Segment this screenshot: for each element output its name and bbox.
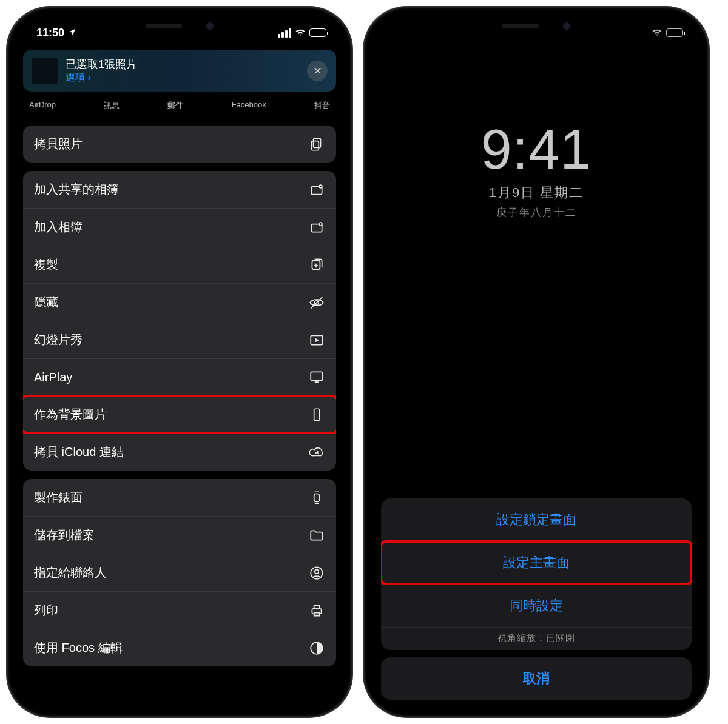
screen-right: 9:41 1月9日 星期二 庚子年八月十二 設定鎖定畫面 設定主畫面 同時設定 … bbox=[372, 16, 700, 708]
action-duplicate[interactable]: 複製 bbox=[23, 246, 336, 284]
lock-screen-clock: 9:41 1月9日 星期二 庚子年八月十二 bbox=[372, 118, 700, 220]
share-app-row: AirDrop 訊息 郵件 Facebook 抖音 bbox=[16, 92, 343, 115]
wallpaper-icon bbox=[308, 407, 325, 423]
svg-rect-12 bbox=[314, 409, 320, 421]
close-button[interactable]: ✕ bbox=[307, 61, 328, 81]
phone-left: 11:50 已選取1張照片 選項 › ✕ AirDrop bbox=[7, 7, 352, 717]
shared-album-icon bbox=[308, 182, 325, 198]
cellular-icon bbox=[277, 28, 291, 38]
watch-icon bbox=[308, 490, 325, 506]
action-watch-face[interactable]: 製作錶面 bbox=[23, 479, 336, 517]
option-set-lock[interactable]: 設定鎖定畫面 bbox=[381, 498, 692, 541]
option-set-both[interactable]: 同時設定 bbox=[381, 585, 692, 628]
app-airdrop[interactable]: AirDrop bbox=[29, 100, 56, 111]
print-icon bbox=[308, 603, 325, 618]
slideshow-icon bbox=[308, 332, 325, 348]
action-group-1: 拷貝照片 bbox=[23, 126, 336, 163]
action-airplay[interactable]: AirPlay bbox=[23, 359, 336, 396]
location-icon bbox=[68, 28, 76, 38]
svg-point-15 bbox=[315, 569, 319, 574]
svg-rect-1 bbox=[311, 141, 318, 150]
action-assign-contact[interactable]: 指定給聯絡人 bbox=[23, 554, 336, 592]
action-copy-photo[interactable]: 拷貝照片 bbox=[23, 126, 336, 163]
focos-icon bbox=[308, 640, 325, 656]
svg-rect-11 bbox=[311, 372, 323, 380]
svg-rect-0 bbox=[314, 138, 321, 147]
wifi-icon bbox=[295, 27, 306, 39]
battery-icon bbox=[309, 28, 326, 37]
action-focos-edit[interactable]: 使用 Focos 編輯 bbox=[23, 629, 336, 666]
photo-thumbnail bbox=[32, 58, 58, 84]
action-icloud-link[interactable]: 拷貝 iCloud 連結 bbox=[23, 434, 336, 471]
action-group-3: 製作錶面 儲存到檔案 指定給聯絡人 列印 使用 Focos 編輯 bbox=[23, 479, 336, 666]
folder-icon bbox=[308, 528, 325, 543]
svg-point-4 bbox=[320, 186, 322, 187]
cancel-button[interactable]: 取消 bbox=[381, 657, 692, 700]
lock-time: 9:41 bbox=[372, 118, 700, 181]
battery-icon bbox=[666, 28, 683, 37]
action-shared-album[interactable]: 加入共享的相簿 bbox=[23, 171, 336, 209]
status-time: 11:50 bbox=[36, 27, 64, 39]
phone-right: 9:41 1月9日 星期二 庚子年八月十二 設定鎖定畫面 設定主畫面 同時設定 … bbox=[364, 7, 709, 717]
app-messages[interactable]: 訊息 bbox=[104, 100, 120, 111]
app-facebook[interactable]: Facebook bbox=[232, 100, 266, 111]
svg-line-9 bbox=[311, 297, 323, 309]
options-link[interactable]: 選項 › bbox=[66, 72, 300, 84]
action-wallpaper[interactable]: 作為背景圖片 bbox=[23, 396, 336, 434]
duplicate-icon bbox=[308, 257, 325, 273]
svg-rect-16 bbox=[312, 608, 321, 614]
wallpaper-set-sheet: 設定鎖定畫面 設定主畫面 同時設定 視角縮放：已關閉 取消 bbox=[381, 491, 692, 700]
lock-lunar-date: 庚子年八月十二 bbox=[372, 206, 700, 220]
action-hide[interactable]: 隱藏 bbox=[23, 284, 336, 321]
action-add-album[interactable]: 加入相簿 bbox=[23, 209, 336, 246]
add-album-icon bbox=[308, 220, 325, 235]
copy-pages-icon bbox=[308, 136, 325, 152]
svg-rect-13 bbox=[314, 494, 320, 501]
option-set-home[interactable]: 設定主畫面 bbox=[381, 541, 692, 585]
action-group-2: 加入共享的相簿 加入相簿 複製 隱藏 幻燈片秀 bbox=[23, 171, 336, 471]
app-mail[interactable]: 郵件 bbox=[167, 100, 183, 111]
contact-icon bbox=[308, 565, 325, 581]
icloud-link-icon bbox=[308, 444, 325, 460]
action-save-files[interactable]: 儲存到檔案 bbox=[23, 517, 336, 554]
selected-count: 已選取1張照片 bbox=[66, 57, 300, 72]
share-header: 已選取1張照片 選項 › ✕ bbox=[23, 50, 336, 92]
action-slideshow[interactable]: 幻燈片秀 bbox=[23, 321, 336, 359]
screen-left: 11:50 已選取1張照片 選項 › ✕ AirDrop bbox=[16, 16, 343, 708]
hide-icon bbox=[308, 295, 325, 310]
svg-rect-17 bbox=[314, 605, 320, 608]
action-print[interactable]: 列印 bbox=[23, 592, 336, 629]
perspective-note: 視角縮放：已關閉 bbox=[381, 628, 692, 650]
airplay-icon bbox=[308, 369, 325, 385]
action-list: 拷貝照片 加入共享的相簿 加入相簿 複製 bbox=[16, 115, 343, 672]
lock-date: 1月9日 星期二 bbox=[372, 184, 700, 202]
notch bbox=[467, 16, 606, 36]
app-douyin[interactable]: 抖音 bbox=[314, 100, 330, 111]
wifi-icon bbox=[652, 27, 662, 39]
notch bbox=[110, 16, 249, 36]
